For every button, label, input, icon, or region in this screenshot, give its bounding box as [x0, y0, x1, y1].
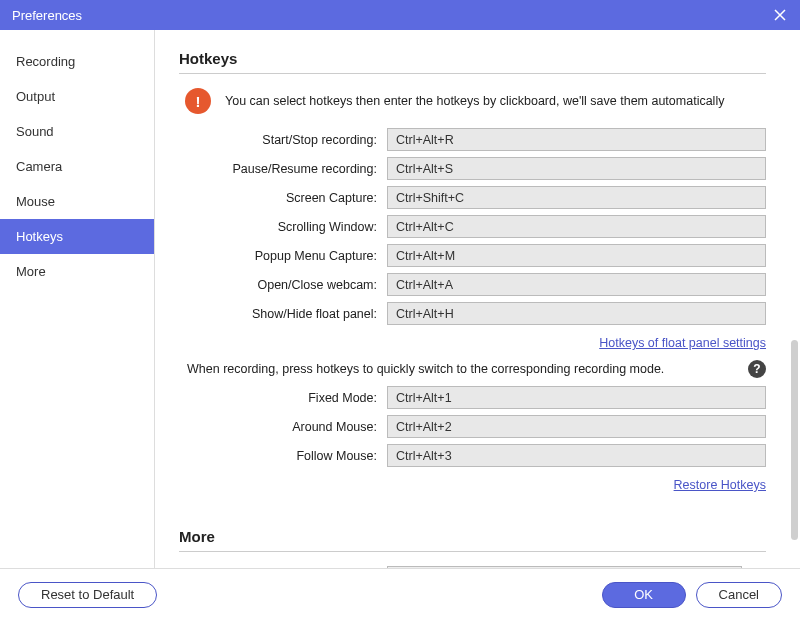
float-panel-settings-link[interactable]: Hotkeys of float panel settings — [599, 336, 766, 350]
mode-note-row: When recording, press hotkeys to quickly… — [179, 358, 766, 386]
info-text: You can select hotkeys then enter the ho… — [225, 94, 724, 108]
hotkey-label: Pause/Resume recording: — [179, 162, 387, 176]
content-wrap: Hotkeys ! You can select hotkeys then en… — [155, 30, 800, 568]
hotkey-row-float-panel: Show/Hide float panel: — [179, 302, 766, 325]
hotkey-row-webcam: Open/Close webcam: — [179, 273, 766, 296]
hotkey-input-around-mouse[interactable] — [387, 415, 766, 438]
sidebar-item-label: Output — [16, 89, 55, 104]
sidebar-item-label: Mouse — [16, 194, 55, 209]
hotkey-input-webcam[interactable] — [387, 273, 766, 296]
reset-button[interactable]: Reset to Default — [18, 582, 157, 608]
hotkey-label: Popup Menu Capture: — [179, 249, 387, 263]
section-rule — [179, 73, 766, 74]
hotkey-row-fixed-mode: Fixed Mode: — [179, 386, 766, 409]
hotkey-label: Fixed Mode: — [179, 391, 387, 405]
close-icon[interactable] — [772, 7, 788, 23]
sidebar: Recording Output Sound Camera Mouse Hotk… — [0, 30, 155, 568]
help-icon[interactable]: ? — [748, 360, 766, 378]
capture-mode-select[interactable]: Auto (Recommended) ⌄ — [387, 566, 742, 568]
hotkey-input-float-panel[interactable] — [387, 302, 766, 325]
ok-label: OK — [634, 587, 653, 602]
sidebar-item-mouse[interactable]: Mouse — [0, 184, 154, 219]
sidebar-item-camera[interactable]: Camera — [0, 149, 154, 184]
footer: Reset to Default OK Cancel — [0, 568, 800, 620]
more-heading: More — [179, 528, 766, 545]
sidebar-item-output[interactable]: Output — [0, 79, 154, 114]
window-title: Preferences — [12, 8, 772, 23]
hotkey-input-popup-menu[interactable] — [387, 244, 766, 267]
preferences-window: Preferences Recording Output Sound Camer… — [0, 0, 800, 620]
hotkey-label: Follow Mouse: — [179, 449, 387, 463]
hotkeys-heading: Hotkeys — [179, 50, 766, 67]
reset-label: Reset to Default — [41, 587, 134, 602]
sidebar-item-label: Camera — [16, 159, 62, 174]
sidebar-item-label: Sound — [16, 124, 54, 139]
hotkey-row-scrolling-window: Scrolling Window: — [179, 215, 766, 238]
float-panel-link-row: Hotkeys of float panel settings — [179, 331, 766, 358]
hotkey-input-screen-capture[interactable] — [387, 186, 766, 209]
body: Recording Output Sound Camera Mouse Hotk… — [0, 30, 800, 568]
section-rule — [179, 551, 766, 552]
hotkey-row-popup-menu: Popup Menu Capture: — [179, 244, 766, 267]
sidebar-item-label: Hotkeys — [16, 229, 63, 244]
hotkey-row-pause-resume: Pause/Resume recording: — [179, 157, 766, 180]
alert-icon: ! — [185, 88, 211, 114]
hotkey-label: Around Mouse: — [179, 420, 387, 434]
hotkey-input-follow-mouse[interactable] — [387, 444, 766, 467]
hotkey-label: Open/Close webcam: — [179, 278, 387, 292]
sidebar-item-label: Recording — [16, 54, 75, 69]
titlebar: Preferences — [0, 0, 800, 30]
ok-button[interactable]: OK — [602, 582, 686, 608]
cancel-button[interactable]: Cancel — [696, 582, 782, 608]
hotkey-row-start-stop: Start/Stop recording: — [179, 128, 766, 151]
hotkey-label: Show/Hide float panel: — [179, 307, 387, 321]
hotkey-input-scrolling-window[interactable] — [387, 215, 766, 238]
sidebar-item-hotkeys[interactable]: Hotkeys — [0, 219, 154, 254]
hotkey-label: Screen Capture: — [179, 191, 387, 205]
cancel-label: Cancel — [719, 587, 759, 602]
sidebar-item-recording[interactable]: Recording — [0, 44, 154, 79]
sidebar-item-more[interactable]: More — [0, 254, 154, 289]
content[interactable]: Hotkeys ! You can select hotkeys then en… — [155, 30, 800, 568]
scrollbar[interactable] — [791, 340, 798, 540]
hotkey-input-pause-resume[interactable] — [387, 157, 766, 180]
capture-mode-row: Screen Capture Mode: Auto (Recommended) … — [179, 566, 766, 568]
hotkey-row-screen-capture: Screen Capture: — [179, 186, 766, 209]
hotkey-input-fixed-mode[interactable] — [387, 386, 766, 409]
hotkey-label: Start/Stop recording: — [179, 133, 387, 147]
sidebar-item-label: More — [16, 264, 46, 279]
hotkey-row-around-mouse: Around Mouse: — [179, 415, 766, 438]
hotkey-input-start-stop[interactable] — [387, 128, 766, 151]
hotkey-row-follow-mouse: Follow Mouse: — [179, 444, 766, 467]
hotkey-label: Scrolling Window: — [179, 220, 387, 234]
mode-note-text: When recording, press hotkeys to quickly… — [187, 362, 740, 376]
restore-link-row: Restore Hotkeys — [179, 473, 766, 500]
restore-hotkeys-link[interactable]: Restore Hotkeys — [674, 478, 766, 492]
info-row: ! You can select hotkeys then enter the … — [179, 88, 766, 114]
sidebar-item-sound[interactable]: Sound — [0, 114, 154, 149]
